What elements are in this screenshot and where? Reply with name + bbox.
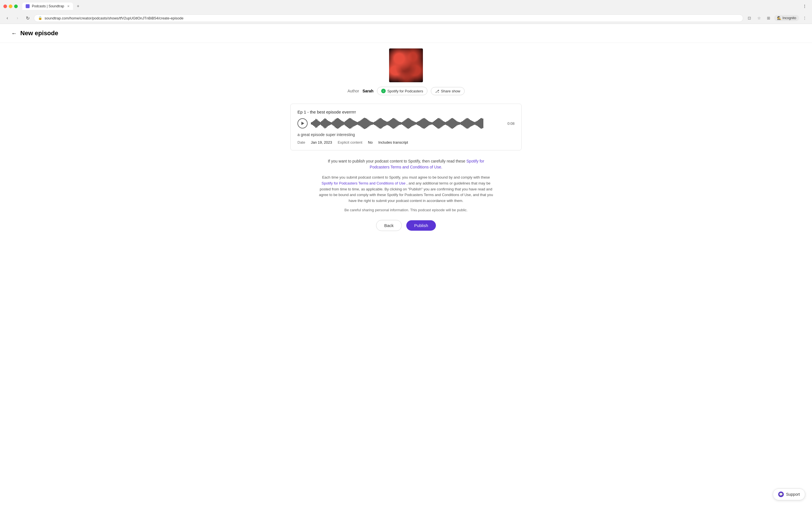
date-label: Date	[297, 140, 305, 145]
url-text: soundtrap.com/home/creator/podcasts/show…	[45, 16, 184, 20]
author-name: Sarah	[363, 89, 373, 93]
tab-bar: Podcasts | Soundtrap ✕ +	[22, 2, 82, 10]
lock-icon: 🔒	[38, 16, 42, 20]
share-show-button[interactable]: ⎇ Share show	[431, 87, 465, 95]
spotify-icon: ♫	[381, 89, 386, 93]
reload-button[interactable]: ↻	[24, 14, 32, 22]
active-tab[interactable]: Podcasts | Soundtrap ✕	[22, 3, 73, 10]
cast-icon[interactable]: ⊡	[746, 14, 753, 22]
page-title: New episode	[20, 30, 58, 37]
play-icon	[301, 122, 304, 125]
terms-body-link[interactable]: Spotify for Podcasters Terms and Conditi…	[322, 181, 405, 185]
new-tab-button[interactable]: +	[74, 2, 82, 10]
address-bar[interactable]: 🔒 soundtrap.com/home/creator/podcasts/sh…	[34, 14, 743, 22]
close-button[interactable]	[3, 4, 7, 8]
waveform	[311, 118, 504, 129]
browser-titlebar: Podcasts | Soundtrap ✕ + ⋮	[0, 0, 812, 12]
terms-intro: If you want to publish your podcast cont…	[319, 158, 493, 170]
episode-card: Ep 1 - the best episode everrrrr 0:08 a …	[290, 104, 522, 151]
maximize-button[interactable]	[14, 4, 18, 8]
forward-nav-button[interactable]: ›	[13, 14, 21, 22]
author-label: Author	[348, 89, 359, 93]
episode-description: a great episode super interesting	[297, 132, 515, 137]
incognito-button[interactable]: 🕵 Incognito	[774, 15, 799, 21]
share-icon: ⎇	[435, 89, 439, 93]
traffic-lights	[3, 4, 18, 8]
explicit-value: No	[368, 140, 373, 145]
play-button[interactable]	[297, 118, 308, 128]
back-button[interactable]: Back	[376, 220, 402, 231]
terms-section: If you want to publish your podcast cont…	[319, 158, 493, 212]
tab-favicon	[26, 4, 30, 8]
action-buttons: Back Publish	[290, 220, 522, 231]
incognito-label: Incognito	[782, 16, 796, 20]
duration-label: 0:08	[507, 121, 515, 126]
browser-chrome: Podcasts | Soundtrap ✕ + ⋮ ‹ › ↻ 🔒 sound…	[0, 0, 812, 24]
terms-body-text: Each time you submit podcast content to …	[322, 175, 490, 179]
terms-body: Each time you submit podcast content to …	[319, 175, 493, 204]
spotify-podcasters-button[interactable]: ♫ Spotify for Podcasters	[377, 87, 427, 95]
privacy-notice: Be careful sharing personal information.…	[319, 208, 493, 212]
nav-icons-right: ⊡ ☆ ⊞ 🕵 Incognito ⋮	[746, 14, 809, 22]
browser-menu-icon[interactable]: ⋮	[801, 14, 809, 22]
incognito-avatar-icon: 🕵	[777, 16, 781, 20]
extensions-icon[interactable]: ⊞	[765, 14, 772, 22]
back-nav-button[interactable]: ‹	[3, 14, 11, 22]
minimize-button[interactable]	[9, 4, 12, 8]
audio-player: 0:08	[297, 118, 515, 129]
podcast-header: Author Sarah ♫ Spotify for Podcasters ⎇ …	[290, 48, 522, 95]
date-value: Jan 19, 2023	[311, 140, 332, 145]
explicit-label: Explicit content	[338, 140, 362, 145]
back-arrow-icon[interactable]: ←	[11, 30, 17, 37]
support-button[interactable]: 💬 Support	[773, 489, 805, 500]
podcast-image	[389, 48, 423, 82]
publish-button[interactable]: Publish	[406, 220, 436, 231]
episode-meta: Date Jan 19, 2023 Explicit content No In…	[297, 140, 515, 145]
page-body: Author Sarah ♫ Spotify for Podcasters ⎇ …	[279, 43, 533, 248]
page-header: ← New episode	[0, 24, 812, 43]
author-row: Author Sarah ♫ Spotify for Podcasters ⎇ …	[348, 87, 465, 95]
podcast-cover-art	[389, 48, 423, 82]
page-content: ← New episode Author Sarah ♫ Spotify for…	[0, 24, 812, 506]
episode-title: Ep 1 - the best episode everrrrr	[297, 110, 515, 114]
flower-background	[389, 48, 423, 82]
bookmark-icon[interactable]: ☆	[755, 14, 763, 22]
terms-intro-text: If you want to publish your podcast cont…	[328, 159, 465, 163]
support-label: Support	[786, 492, 800, 497]
tab-close-icon[interactable]: ✕	[67, 4, 70, 8]
share-btn-label: Share show	[441, 89, 460, 93]
support-chat-icon: 💬	[778, 492, 784, 497]
spotify-btn-label: Spotify for Podcasters	[388, 89, 423, 93]
tab-label: Podcasts | Soundtrap	[32, 4, 64, 8]
browser-nav: ‹ › ↻ 🔒 soundtrap.com/home/creator/podca…	[0, 12, 812, 24]
three-dots-menu-icon[interactable]: ⋮	[801, 2, 809, 10]
transcript-label: Includes transcript	[378, 140, 408, 145]
